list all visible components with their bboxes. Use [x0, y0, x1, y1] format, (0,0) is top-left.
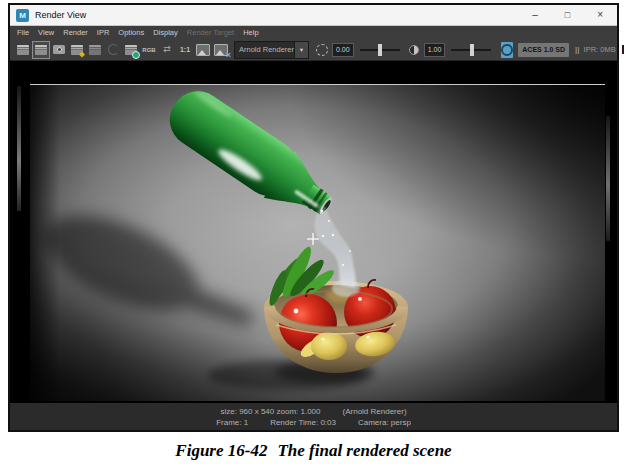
book-page: M Render View – □ × File View Render IPR… [0, 0, 627, 471]
renderer-dropdown[interactable]: Arnold Renderer ▼ [234, 41, 309, 59]
pause-icon[interactable]: || [575, 45, 579, 54]
render-area [10, 61, 617, 403]
render-view-window: M Render View – □ × File View Render IPR… [8, 3, 619, 432]
menu-display[interactable]: Display [153, 28, 178, 37]
render-settings-button[interactable] [123, 42, 139, 58]
menu-render-target: Render Target [187, 28, 234, 37]
status-frame: Frame: 1 [216, 418, 248, 427]
exposure-icon [316, 44, 328, 56]
redo-previous-render-icon [35, 45, 47, 55]
right-edge-highlight [606, 116, 610, 241]
menu-ipr[interactable]: IPR [97, 28, 110, 37]
status-bar: size: 960 x 540 zoom: 1.000 (Arnold Rend… [10, 403, 617, 430]
render-region-icon [89, 45, 101, 55]
menu-view[interactable]: View [38, 28, 54, 37]
real-size-icon: 1:1 [180, 46, 190, 53]
figure-text: The final rendered scene [277, 441, 451, 460]
exposure-field[interactable]: 0.00 [332, 43, 354, 57]
minimize-button[interactable]: – [532, 10, 538, 20]
render-icon [17, 45, 29, 55]
gamma-slider-handle[interactable] [470, 44, 474, 56]
rendered-scene [30, 85, 605, 401]
figure-label: Figure 16-42 [175, 441, 267, 460]
menu-render[interactable]: Render [63, 28, 88, 37]
status-size-zoom: size: 960 x 540 zoom: 1.000 [220, 407, 320, 416]
render-region-button[interactable] [87, 42, 103, 58]
status-render-time: Render Time: 0:03 [270, 418, 336, 427]
exposure-slider-handle[interactable] [378, 44, 382, 56]
remove-image-icon [214, 44, 228, 56]
keep-image-button[interactable] [195, 42, 211, 58]
gamma-icon [409, 45, 419, 55]
keep-image-icon [196, 44, 210, 56]
status-camera: Camera: persp [358, 418, 411, 427]
chevron-down-icon[interactable]: ▼ [294, 42, 308, 58]
menu-file[interactable]: File [17, 28, 29, 37]
status-renderer: (Arnold Renderer) [343, 407, 407, 416]
window-controls: – □ × [532, 10, 611, 20]
renderer-dropdown-value: Arnold Renderer [235, 45, 294, 54]
maya-app-icon: M [16, 9, 29, 22]
refresh-ipr-button [105, 42, 121, 58]
ipr-render-button[interactable] [69, 42, 85, 58]
colorspace-button[interactable]: ACES 1.0 SD [518, 43, 569, 57]
figure-caption: Figure 16-42The final rendered scene [0, 441, 627, 461]
gamma-slider[interactable] [451, 49, 491, 51]
color-management-icon [501, 44, 513, 56]
snapshot-icon [53, 45, 65, 54]
gamma-field[interactable]: 1.00 [424, 43, 446, 57]
window-title: Render View [35, 10, 86, 20]
ipr-memory-label: IPR: 0MB [584, 45, 616, 54]
remove-image-button[interactable] [213, 42, 229, 58]
exposure-slider[interactable] [360, 49, 400, 51]
gamma-button[interactable] [406, 42, 422, 58]
real-size-button[interactable]: 1:1 [177, 42, 193, 58]
close-button[interactable]: × [597, 10, 603, 20]
left-edge-highlight [17, 86, 21, 211]
render-canvas[interactable] [30, 84, 605, 401]
rgb-channels-button[interactable]: RGB [141, 42, 157, 58]
menu-bar: File View Render IPR Options Display Ren… [10, 26, 617, 39]
ipr-render-icon [71, 45, 83, 55]
refresh-ipr-icon [108, 44, 119, 55]
swap-buffers-icon: ⇄ [163, 45, 171, 54]
exposure-button[interactable] [314, 42, 330, 58]
toolbar: RGB ⇄ 1:1 Arnold Renderer ▼ 0.00 1.00 A [10, 39, 617, 61]
render-button[interactable] [15, 42, 31, 58]
color-management-toggle[interactable] [501, 42, 513, 58]
snapshot-button[interactable] [51, 42, 67, 58]
maximize-button[interactable]: □ [565, 11, 570, 20]
render-settings-icon [125, 45, 137, 55]
menu-help[interactable]: Help [243, 28, 258, 37]
title-bar: M Render View – □ × [10, 5, 617, 26]
menu-options[interactable]: Options [118, 28, 144, 37]
rgb-channels-icon: RGB [142, 47, 155, 53]
redo-previous-render-button[interactable] [33, 42, 49, 58]
swap-buffers-button[interactable]: ⇄ [159, 42, 175, 58]
ipr-status-indicator [622, 45, 624, 54]
